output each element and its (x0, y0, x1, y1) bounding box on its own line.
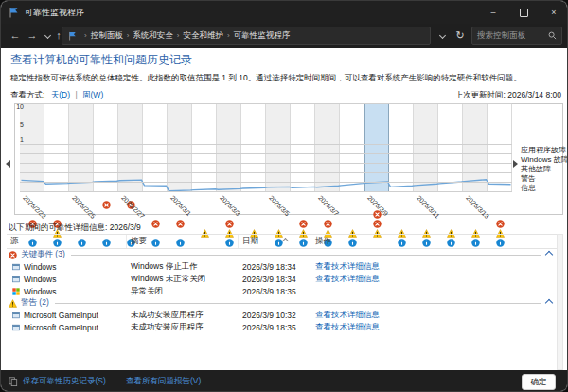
chart-day-column[interactable] (266, 103, 291, 192)
search-icon (548, 31, 557, 40)
table-row[interactable]: Windows异常关闭2026/3/9 18:35 (7, 285, 558, 297)
app-window-icon (12, 312, 20, 319)
maximize-icon (520, 9, 528, 17)
view-technical-details-link[interactable]: 查看技术详细信息 (315, 310, 380, 319)
view-technical-details-link[interactable]: 查看技术详细信息 (315, 261, 380, 271)
breadcrumb-item[interactable]: 可靠性监视程序 (234, 30, 291, 42)
reliability-details-table: 源摘要日期操作关键事件 (3)WindowsWindows 停止工作2026/3… (7, 234, 558, 333)
view-technical-details-link[interactable]: 查看技术详细信息 (315, 322, 380, 331)
chart-day-column[interactable] (20, 103, 44, 192)
table-row[interactable]: Microsoft GameInput未成功安装应用程序2026/3/9 18:… (7, 321, 558, 333)
table-row[interactable]: Microsoft GameInput未成功安装应用程序2026/3/9 10:… (7, 309, 558, 321)
breadcrumb-separator: › (127, 31, 130, 40)
y-axis-tick-label: 5 (10, 121, 24, 128)
main-content: 查看计算机的可靠性和问题历史记录 稳定性指数可评估系统的总体稳定性。此指数的取值… (1, 48, 568, 370)
title-bar: 可靠性监视程序 – × (1, 1, 568, 24)
event-date: 2026/3/9 18:35 (239, 323, 311, 332)
event-summary: Windows 未正常关闭 (127, 274, 239, 285)
search-input[interactable]: 搜索控制面板 (471, 27, 562, 45)
group-label: 警告 (2) (21, 297, 49, 309)
breadcrumb-item[interactable]: 安全和维护 (184, 30, 224, 42)
chart-day-column[interactable] (44, 103, 69, 192)
chart-day-column[interactable] (414, 103, 438, 192)
chart-day-column[interactable] (315, 103, 340, 192)
chart-day-column[interactable] (438, 103, 463, 192)
event-date: 2026/3/9 18:34 (239, 262, 311, 272)
breadcrumb[interactable]: › 控制面板›系统和安全›安全和维护›可靠性监视程序 (62, 27, 431, 45)
error-icon[interactable] (225, 220, 234, 228)
chart-day-column[interactable] (340, 103, 364, 192)
navigation-toolbar: ← → ↑ › 控制面板›系统和安全›安全和维护›可靠性监视程序 ↻ 搜索控制面… (1, 24, 568, 48)
chart-day-column[interactable] (241, 103, 266, 192)
view-by-day-link[interactable]: 天(D) (51, 90, 70, 99)
event-summary: 异常关闭 (127, 286, 239, 297)
error-icon (9, 251, 17, 259)
event-date: 2026/3/9 18:35 (239, 287, 311, 296)
event-source: Windows (24, 275, 56, 284)
error-icon[interactable] (373, 220, 382, 228)
error-icon[interactable] (151, 220, 160, 228)
chart-day-column[interactable] (118, 103, 143, 192)
column-header-2[interactable]: 摘要 (127, 235, 239, 248)
close-button[interactable]: × (539, 1, 568, 24)
column-header-4[interactable]: 操作 (311, 235, 558, 248)
y-axis-tick-label: 1 (10, 136, 24, 143)
collapse-group-icon[interactable] (545, 299, 553, 307)
save-history-link[interactable]: 保存可靠性历史记录(S)... (23, 376, 113, 387)
back-button[interactable]: ← (7, 27, 24, 44)
column-header-3[interactable]: 日期 (239, 235, 311, 248)
table-row[interactable]: WindowsWindows 停止工作2026/3/9 18:34查看技术详细信… (7, 260, 558, 273)
error-icon[interactable] (496, 220, 505, 228)
chart-day-column[interactable] (69, 103, 94, 192)
table-group-row[interactable]: 关键事件 (3) (7, 249, 558, 260)
table-scrollbar[interactable] (557, 234, 563, 370)
chart-day-column[interactable] (143, 103, 168, 192)
window-title: 可靠性监视程序 (25, 7, 84, 19)
table-row[interactable]: WindowsWindows 未正常关闭2026/3/9 18:34查看技术详细… (7, 273, 558, 285)
chart-day-column[interactable] (192, 103, 217, 192)
save-document-icon (9, 377, 18, 386)
table-header-row: 源摘要日期操作 (7, 234, 558, 249)
chart-day-column[interactable] (217, 103, 241, 192)
refresh-button[interactable]: ↻ (452, 27, 469, 45)
address-dropdown-button[interactable] (434, 27, 451, 45)
chart-day-column[interactable] (94, 103, 118, 192)
error-icon[interactable] (102, 201, 111, 209)
ok-button[interactable]: 确定 (522, 374, 556, 390)
chart-scroll-right-icon[interactable] (513, 160, 518, 168)
collapse-group-icon[interactable] (545, 251, 553, 258)
view-technical-details-link[interactable]: 查看技术详细信息 (315, 274, 380, 283)
error-icon[interactable] (299, 220, 308, 228)
chart-gridline (20, 103, 512, 104)
breadcrumb-separator: › (227, 31, 230, 40)
view-by-week-link[interactable]: 周(W) (82, 90, 103, 99)
windows-logo-icon (12, 288, 20, 295)
error-icon[interactable] (176, 220, 185, 228)
reliability-monitor-window: 可靠性监视程序 – × ← → ↑ › 控制面板›系统和安全›安全和维护›可靠性… (0, 0, 568, 392)
maximize-button[interactable] (508, 1, 539, 24)
chart-day-column[interactable] (389, 103, 414, 192)
chart-gridline (20, 182, 512, 183)
group-divider (55, 303, 541, 304)
page-title: 查看计算机的可靠性和问题历史记录 (10, 52, 192, 68)
breadcrumb-item[interactable]: 控制面板 (91, 30, 123, 42)
event-summary: 未成功安装应用程序 (127, 322, 239, 333)
chart-day-column-selected[interactable] (364, 103, 389, 192)
error-icon[interactable] (324, 220, 332, 228)
minimize-button[interactable]: – (478, 1, 508, 24)
view-all-problem-reports-link[interactable]: 查看所有问题报告(V) (126, 376, 201, 387)
chart-scroll-left-icon[interactable] (6, 160, 10, 168)
chart-day-column[interactable] (463, 103, 488, 192)
search-placeholder: 搜索控制面板 (477, 30, 525, 42)
event-source: Windows (24, 287, 56, 296)
table-group-row[interactable]: 警告 (2) (7, 297, 558, 309)
breadcrumb-item[interactable]: 系统和安全 (133, 30, 173, 42)
warning-icon (9, 299, 17, 308)
chart-day-column[interactable] (291, 103, 315, 192)
event-source: Microsoft GameInput (24, 311, 98, 320)
breadcrumb-separator: › (84, 31, 87, 40)
event-source: Microsoft GameInput (24, 323, 98, 332)
chart-day-column[interactable] (168, 103, 192, 192)
column-header-1[interactable]: 源 (7, 235, 127, 248)
chart-day-column[interactable] (488, 103, 512, 192)
